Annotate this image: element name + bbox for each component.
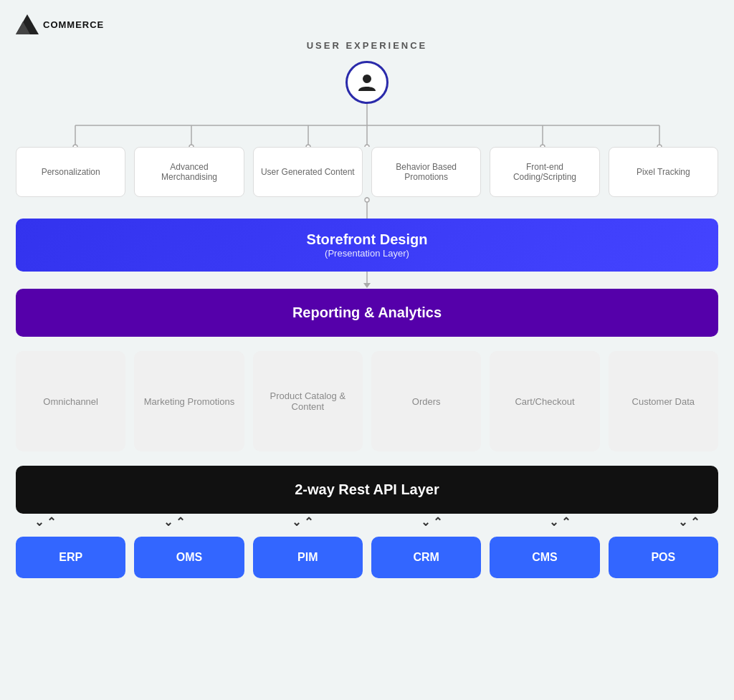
- arrow-down-pim: ⌄: [292, 517, 301, 528]
- connector-pair-erp: ⌄ ⌃: [34, 514, 56, 537]
- page-wrapper: COMMERCE USER EXPERIENCE: [16, 14, 718, 578]
- storefront-title: Storefront Design: [29, 231, 705, 248]
- storefront-subtitle: (Presentation Layer): [29, 248, 705, 259]
- bottom-section: ⌄ ⌃ ⌄ ⌃ ⌄ ⌃ ⌄ ⌃ ⌄ ⌃ ⌄ ⌃: [16, 514, 718, 578]
- storefront-band: Storefront Design (Presentation Layer): [16, 219, 718, 272]
- ux-boxes-row: Personalization Advanced Merchandising U…: [16, 147, 718, 197]
- arrow-down-pos: ⌄: [678, 517, 687, 528]
- ux-box-personalization: Personalization: [16, 147, 125, 197]
- arrow-down-crm: ⌄: [421, 517, 430, 528]
- connector-pair-oms: ⌄ ⌃: [163, 514, 185, 537]
- svg-point-18: [365, 198, 369, 202]
- bottom-box-erp: ERP: [16, 537, 125, 578]
- ux-tree: Personalization Advanced Merchandising U…: [16, 61, 718, 219]
- middle-box-customer-data: Customer Data: [609, 351, 718, 451]
- arrow-down-erp: ⌄: [34, 517, 44, 528]
- logo-text: COMMERCE: [43, 19, 104, 30]
- middle-box-orders: Orders: [371, 351, 481, 451]
- ux-box-frontend-coding: Front-end Coding/Scripting: [490, 147, 599, 197]
- middle-boxes-row: Omnichannel Marketing Promotions Product…: [16, 351, 718, 451]
- bottom-box-pos: POS: [609, 537, 718, 578]
- connector-pair-pim: ⌄ ⌃: [292, 514, 313, 537]
- storefront-to-reporting-connector: [360, 272, 374, 289]
- ux-section: USER EXPERIENCE: [16, 40, 718, 219]
- svg-point-2: [363, 75, 371, 83]
- ux-box-behavior-based-promotions: Behavior Based Promotions: [371, 147, 481, 197]
- middle-box-marketing-promotions: Marketing Promotions: [134, 351, 244, 451]
- logo-icon: [16, 14, 39, 34]
- bottom-box-cms: CMS: [490, 537, 599, 578]
- middle-box-cart-checkout: Cart/Checkout: [490, 351, 599, 451]
- section-title: USER EXPERIENCE: [307, 40, 428, 51]
- api-title: 2-way Rest API Layer: [32, 481, 702, 498]
- bottom-box-oms: OMS: [134, 537, 244, 578]
- connector-pair-pos: ⌄ ⌃: [678, 514, 700, 537]
- bottom-boxes-row: ERP OMS PIM CRM CMS POS: [16, 537, 718, 578]
- arrow-up-pim: ⌃: [304, 517, 313, 528]
- arrow-up-crm: ⌃: [433, 517, 442, 528]
- box-to-storefront-svg: [16, 197, 718, 219]
- ux-box-advanced-merchandising: Advanced Merchandising: [134, 147, 244, 197]
- arrow-down-oms: ⌄: [163, 517, 173, 528]
- logo-area: COMMERCE: [16, 14, 718, 34]
- arrow-up-erp: ⌃: [47, 517, 56, 528]
- person-circle: [345, 61, 389, 104]
- arrow-down-cms: ⌄: [549, 517, 558, 528]
- ux-box-user-generated-content: User Generated Content: [253, 147, 363, 197]
- person-icon: [356, 71, 378, 94]
- connector-pair-cms: ⌄ ⌃: [549, 514, 571, 537]
- api-band: 2-way Rest API Layer: [16, 466, 718, 514]
- arrow-up-cms: ⌃: [561, 517, 571, 528]
- svg-marker-20: [363, 283, 371, 288]
- bottom-connectors: ⌄ ⌃ ⌄ ⌃ ⌄ ⌃ ⌄ ⌃ ⌄ ⌃ ⌄ ⌃: [16, 514, 718, 537]
- reporting-band: Reporting & Analytics: [16, 289, 718, 337]
- connector-pair-crm: ⌄ ⌃: [421, 514, 442, 537]
- tree-lines-svg: [16, 104, 718, 147]
- middle-box-omnichannel: Omnichannel: [16, 351, 125, 451]
- bottom-box-crm: CRM: [371, 537, 481, 578]
- reporting-title: Reporting & Analytics: [32, 305, 702, 321]
- bottom-box-pim: PIM: [253, 537, 363, 578]
- ux-box-pixel-tracking: Pixel Tracking: [609, 147, 718, 197]
- middle-box-product-catalog: Product Catalog & Content: [253, 351, 363, 451]
- middle-section: Omnichannel Marketing Promotions Product…: [16, 351, 718, 451]
- arrow-up-pos: ⌃: [690, 517, 700, 528]
- arrow-up-oms: ⌃: [176, 517, 185, 528]
